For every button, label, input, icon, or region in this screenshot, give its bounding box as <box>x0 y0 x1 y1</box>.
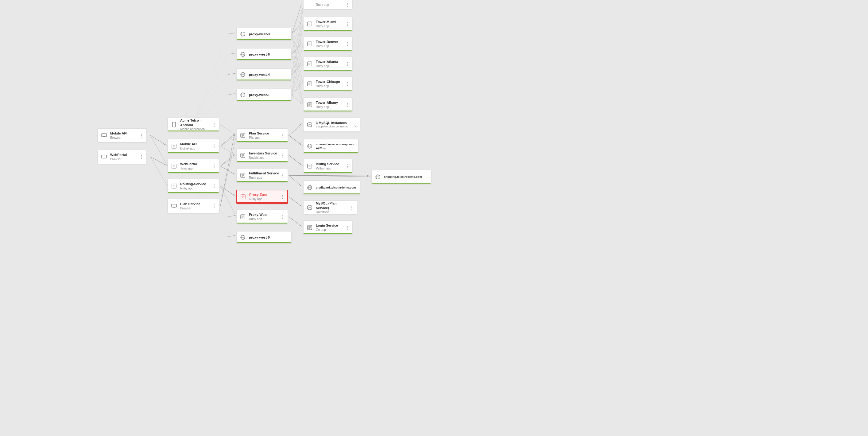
proxy-west-6-text: proxy-west-6 <box>249 52 289 57</box>
tower-denver-menu[interactable] <box>345 41 350 46</box>
inventory-service-node[interactable]: Inventory Service Nodejs app <box>236 148 288 163</box>
mobile-api-browser-text: Mobile API Browser <box>110 131 139 139</box>
globe-icon-pw3 <box>239 30 246 38</box>
routing-service-node[interactable]: Routing-Service Ruby app <box>167 179 219 193</box>
svg-line-2 <box>150 157 167 166</box>
billing-service-node[interactable]: Billing Service Python app <box>303 159 352 173</box>
proxy-west-node[interactable]: Proxy-West Ruby app <box>236 210 288 224</box>
svg-line-9 <box>220 186 236 197</box>
acme-telco-text: Acme Telco -Android Mobile application <box>180 118 212 131</box>
proxy-west-1-node[interactable]: proxy-west-1 <box>236 89 291 101</box>
svg-line-12 <box>291 7 303 34</box>
billing-service-menu[interactable] <box>345 164 350 169</box>
webportal-java-menu[interactable] <box>212 164 216 169</box>
tower-miami-node[interactable]: Tower-Miami Ruby app <box>303 17 352 31</box>
svg-line-34 <box>291 84 303 95</box>
proxy-west-4-node[interactable]: proxy-west-4 <box>236 68 291 81</box>
svg-line-11 <box>220 136 236 206</box>
plan-service-php-node[interactable]: Plan Service Php app <box>236 128 288 143</box>
globe-icon-pw0 <box>239 234 246 241</box>
plan-service-browser-node[interactable]: Plan Service Browser <box>167 199 219 213</box>
plan-service-browser-menu[interactable] <box>212 204 216 208</box>
svg-line-36 <box>288 125 303 136</box>
svg-line-17 <box>291 34 303 105</box>
globe-icon-uosa <box>306 143 313 150</box>
webportal-java-node[interactable]: WebPortal Java app <box>167 159 219 173</box>
mysql-plan-service-menu[interactable] <box>349 205 354 210</box>
mobile-icon <box>170 121 178 128</box>
fulfillment-service-node[interactable]: Fulfillment Service Ruby app <box>236 168 288 182</box>
svg-line-16 <box>291 34 303 84</box>
mobile-api-dotnet-node[interactable]: Mobile API Dotnet app <box>167 139 219 153</box>
proxy-west-3-node[interactable]: proxy-west-3 <box>236 28 291 40</box>
svg-line-7 <box>220 166 236 175</box>
svg-point-170 <box>308 205 312 207</box>
svg-line-77 <box>292 95 301 104</box>
svg-line-15 <box>291 34 303 63</box>
tower-chicago-node[interactable]: Tower-Chicago Ruby app <box>303 77 352 91</box>
tower-chicago-menu[interactable] <box>345 81 350 86</box>
svg-line-14 <box>291 34 303 43</box>
proxy-west-0-node[interactable]: proxy-west-0 <box>236 231 291 243</box>
svg-point-173 <box>308 208 312 210</box>
svg-line-1 <box>150 136 167 166</box>
svg-line-61 <box>289 155 301 165</box>
app-icon-2 <box>170 163 178 170</box>
mobile-api-browser-menu[interactable] <box>139 133 144 138</box>
svg-line-69 <box>228 94 235 95</box>
proxy-east-node[interactable]: Proxy-East Ruby app <box>236 190 288 204</box>
login-service-menu[interactable] <box>345 225 350 230</box>
svg-line-33 <box>291 63 303 95</box>
fulfillment-service-menu[interactable] <box>280 173 285 178</box>
creditcard-telco-node[interactable]: creditcard.telco.nrdemo.com <box>303 180 360 195</box>
acme-telco-menu[interactable] <box>212 122 216 127</box>
login-service-node[interactable]: Login Service Go app <box>303 221 352 235</box>
webportal-browser-node[interactable]: WebPortal Browser <box>98 150 147 164</box>
proxy-west-1-text: proxy-west-1 <box>249 93 289 97</box>
tower-miami-menu[interactable] <box>345 22 350 26</box>
monitor-icon <box>100 132 108 139</box>
tower-denver-text: Tower-Denver Ruby app <box>316 39 345 48</box>
routing-service-menu[interactable] <box>212 184 216 188</box>
tower-atlanta-text: Tower-Atlanta Ruby app <box>316 60 345 68</box>
svg-line-56 <box>220 166 235 174</box>
plan-service-php-menu[interactable] <box>280 133 285 138</box>
uosaswfsei-node[interactable]: uosaswfsei.execute-api.us-west-... <box>303 139 359 153</box>
acme-telco-node[interactable]: Acme Telco -Android Mobile application <box>167 118 219 132</box>
mobile-api-dotnet-menu[interactable] <box>212 144 216 149</box>
svg-line-8 <box>220 155 236 166</box>
routing-service-text: Routing-Service Ruby app <box>180 182 212 190</box>
shipping-telco-node[interactable]: shipping.telco.nrdemo.com <box>371 170 431 184</box>
mysql-plan-service-text: MySQL (Plan Service) Database <box>316 201 349 214</box>
monitor-icon-2 <box>100 153 108 161</box>
mysql-cluster-menu[interactable]: × <box>352 122 357 127</box>
shipping-telco-text: shipping.telco.nrdemo.com <box>384 175 429 179</box>
mysql-plan-service-node[interactable]: MySQL (Plan Service) Database <box>303 201 357 214</box>
proxy-west-menu[interactable] <box>280 214 285 219</box>
tower-atlanta-menu[interactable] <box>345 61 350 66</box>
app-icon-3 <box>170 182 178 190</box>
tower-denver-node[interactable]: Tower-Denver Ruby app <box>303 37 352 51</box>
mysql-cluster-node[interactable]: 3 MySQL instances 3 apps/services connec… <box>303 118 360 132</box>
inventory-service-menu[interactable] <box>280 153 285 158</box>
svg-line-66 <box>228 33 235 34</box>
tower-atlanta-node[interactable]: Tower-Atlanta Ruby app <box>303 57 352 71</box>
svg-line-25 <box>291 24 303 75</box>
svg-line-55 <box>220 154 235 166</box>
mobile-api-browser-node[interactable]: Mobile API Browser <box>98 128 147 143</box>
login-service-text: Login Service Go app <box>316 223 345 232</box>
proxy-west-6-node[interactable]: proxy-west-6 <box>236 48 291 60</box>
tower-chicago-text: Tower-Chicago Ruby app <box>316 80 345 88</box>
inventory-service-text: Inventory Service Nodejs app <box>249 151 280 159</box>
svg-line-70 <box>228 215 235 217</box>
webportal-browser-menu[interactable] <box>139 154 144 159</box>
svg-point-159 <box>308 125 312 127</box>
tower-albany-node[interactable]: Tower-Albany Ruby app <box>303 98 352 112</box>
svg-line-37 <box>288 136 303 146</box>
tower-albany-menu[interactable] <box>345 102 350 107</box>
proxy-east-menu[interactable] <box>280 194 285 199</box>
ruby-app-top-menu[interactable] <box>345 2 350 7</box>
svg-line-22 <box>291 54 303 84</box>
svg-line-5 <box>220 136 236 146</box>
ruby-app-top-node[interactable]: Ruby app <box>303 0 352 9</box>
